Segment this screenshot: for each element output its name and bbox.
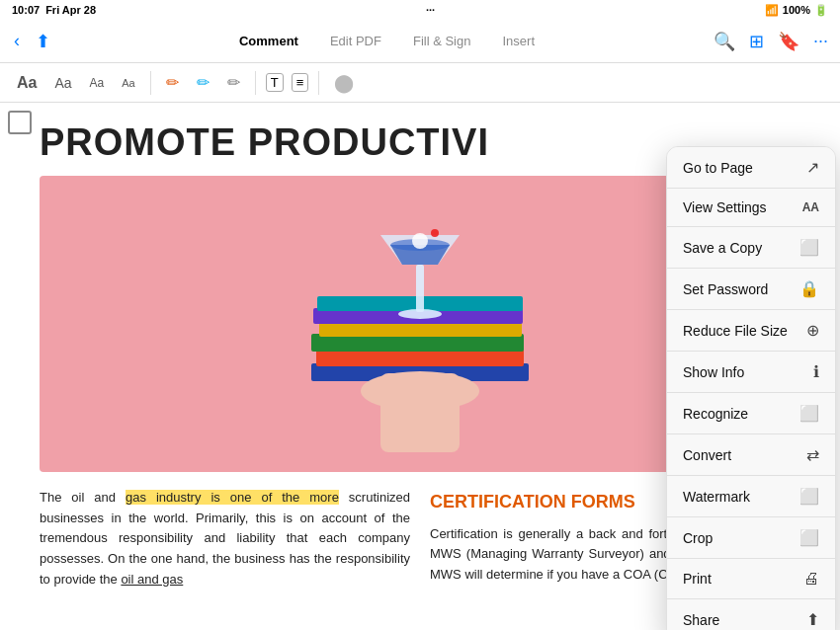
highlight-text: gas industry is one of the more	[126, 490, 339, 505]
tab-comment[interactable]: Comment	[223, 30, 314, 52]
search-button[interactable]: 🔍	[710, 27, 739, 56]
info-icon: ℹ	[813, 362, 819, 381]
main-content: PROMOTE PRODUCTIVI	[0, 103, 840, 630]
menu-item-set-password[interactable]: Set Password 🔒	[667, 269, 835, 310]
svg-point-14	[431, 229, 439, 237]
menu-label-crop: Crop	[683, 530, 713, 546]
wifi-icon: 📶	[765, 4, 779, 17]
save-copy-icon: ⬜	[799, 238, 819, 257]
menu-item-view-settings[interactable]: View Settings AA	[667, 189, 835, 227]
goto-icon: ↗	[806, 158, 819, 177]
divider3	[318, 71, 319, 95]
tab-insert[interactable]: Insert	[486, 30, 550, 52]
top-toolbar: ‹ ⬆ Comment Edit PDF Fill & Sign Insert …	[0, 20, 840, 63]
convert-icon: ⇄	[806, 445, 819, 464]
menu-label-goto: Go to Page	[683, 160, 753, 176]
shape-button[interactable]: ⬤	[329, 69, 359, 97]
status-right: 📶 100% 🔋	[765, 4, 828, 17]
text-box-button[interactable]: T	[266, 73, 284, 92]
status-center: ···	[426, 4, 435, 16]
menu-label-save-copy: Save a Copy	[683, 240, 762, 256]
menu-item-crop[interactable]: Crop ⬜	[667, 517, 835, 559]
status-left: 10:07 Fri Apr 28	[12, 4, 96, 16]
pencil-button[interactable]: ✏	[222, 70, 245, 95]
status-time: 10:07	[12, 4, 40, 16]
toolbar-nav: ‹ ⬆	[8, 27, 56, 56]
svg-point-9	[398, 309, 442, 319]
grid-button[interactable]: ⊞	[745, 27, 768, 56]
share-nav-button[interactable]: ⬆	[30, 27, 56, 56]
menu-item-recognize[interactable]: Recognize ⬜	[667, 393, 835, 434]
menu-label-view-settings: View Settings	[683, 199, 767, 215]
menu-label-show-info: Show Info	[683, 364, 744, 380]
divider1	[150, 71, 151, 95]
menu-label-convert: Convert	[683, 447, 731, 463]
battery-icon: 🔋	[814, 4, 828, 17]
highlight-blue-button[interactable]: ✏	[192, 70, 214, 95]
menu-item-show-info[interactable]: Show Info ℹ	[667, 352, 835, 393]
recognize-icon: ⬜	[799, 404, 819, 423]
font-size-xsmall-button[interactable]: Aa	[117, 74, 139, 92]
menu-label-recognize: Recognize	[683, 406, 748, 422]
svg-rect-8	[416, 265, 424, 312]
menu-label-share: Share	[683, 612, 719, 628]
toolbar-tabs: Comment Edit PDF Fill & Sign Insert	[64, 30, 710, 52]
menu-label-reduce-size: Reduce File Size	[683, 323, 788, 339]
share-icon: ⬆	[806, 610, 819, 629]
menu-item-save-copy[interactable]: Save a Copy ⬜	[667, 227, 835, 269]
crop-icon: ⬜	[799, 528, 819, 547]
menu-label-set-password: Set Password	[683, 281, 768, 297]
dropdown-menu: Go to Page ↗ View Settings AA Save a Cop…	[666, 146, 836, 630]
watermark-icon: ⬜	[799, 487, 819, 506]
bookmark-button[interactable]: 🔖	[774, 27, 803, 56]
battery-percentage: 100%	[783, 4, 810, 16]
selection-indicator	[8, 111, 32, 134]
font-size-medium-button[interactable]: Aa	[49, 72, 76, 94]
toolbar-actions: 🔍 ⊞ 🔖 ···	[710, 27, 832, 56]
divider2	[255, 71, 256, 95]
view-settings-icon: AA	[802, 200, 819, 214]
annotation-bar: Aa Aa Aa Aa ✏ ✏ ✏ T ≡ ⬤	[0, 63, 840, 103]
menu-label-watermark: Watermark	[683, 489, 750, 505]
font-size-large-button[interactable]: Aa	[12, 71, 42, 95]
menu-label-print: Print	[683, 571, 712, 587]
menu-item-goto[interactable]: Go to Page ↗	[667, 147, 835, 189]
lock-icon: 🔒	[799, 279, 819, 298]
list-button[interactable]: ≡	[292, 73, 309, 92]
more-button[interactable]: ···	[809, 27, 832, 55]
menu-item-watermark[interactable]: Watermark ⬜	[667, 476, 835, 517]
col-left: The oil and gas industry is one of the m…	[40, 488, 410, 591]
status-day: Fri Apr 28	[45, 4, 96, 16]
print-icon: 🖨	[803, 570, 819, 588]
menu-item-print[interactable]: Print 🖨	[667, 559, 835, 599]
status-bar: 10:07 Fri Apr 28 ··· 📶 100% 🔋	[0, 0, 840, 20]
svg-point-13	[412, 233, 428, 249]
reduce-icon: ⊕	[806, 321, 819, 340]
menu-item-reduce-size[interactable]: Reduce File Size ⊕	[667, 310, 835, 352]
svg-rect-7	[380, 373, 460, 452]
back-button[interactable]: ‹	[8, 27, 26, 55]
menu-item-convert[interactable]: Convert ⇄	[667, 434, 835, 476]
tab-fill-sign[interactable]: Fill & Sign	[397, 30, 487, 52]
status-ellipsis: ···	[426, 4, 435, 16]
font-size-small-button[interactable]: Aa	[85, 73, 110, 93]
menu-item-share[interactable]: Share ⬆	[667, 599, 835, 630]
highlight-orange-button[interactable]: ✏	[161, 70, 184, 95]
tab-edit-pdf[interactable]: Edit PDF	[314, 30, 397, 52]
